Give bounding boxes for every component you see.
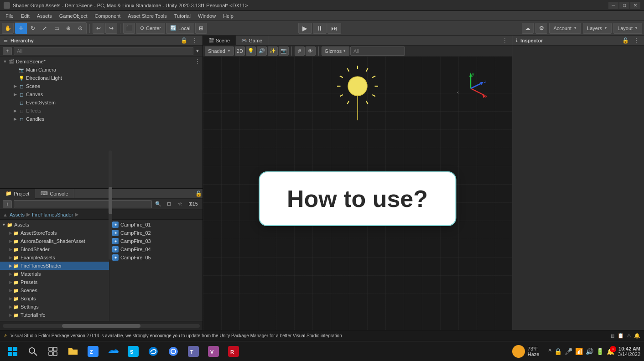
tree-item-candles[interactable]: ▶ ◻ Candles	[0, 115, 203, 123]
onedrive-button[interactable]	[104, 343, 122, 360]
tree-item-eventsystem[interactable]: ▶ ◻ EventSystem	[0, 98, 203, 107]
folder-item-settings[interactable]: ▶ 📁 Settings	[0, 303, 109, 311]
extra-tool-button[interactable]: ⊞	[195, 23, 207, 34]
menu-help[interactable]: Help	[219, 12, 237, 20]
layers-button[interactable]: Layers ▼	[583, 23, 612, 34]
menu-asset-store-tools[interactable]: Asset Store Tools	[124, 12, 170, 20]
collab-button[interactable]: ⬛	[123, 23, 135, 34]
folder-item-fireflamesshader[interactable]: ▶ 📁 FireFlamesShader	[0, 262, 109, 270]
tree-item-effects[interactable]: ▶ ◻ Effects	[0, 107, 203, 115]
start-button[interactable]	[4, 343, 22, 360]
minimize-button[interactable]: ─	[608, 2, 618, 9]
tree-arrow-scene[interactable]: ▶	[12, 83, 18, 89]
breadcrumb-fireflamesshader[interactable]: FireFlamesShader	[32, 212, 73, 217]
notification-center-icon[interactable]: 🔔 1	[607, 348, 614, 355]
tree-arrow-demoscene[interactable]: ▼	[2, 58, 8, 65]
search-taskbar-button[interactable]	[24, 343, 42, 360]
hierarchy-lock-button[interactable]: 🔓	[180, 36, 188, 45]
folder-item-scenes[interactable]: ▶ 📁 Scenes	[0, 286, 109, 294]
tray-wifi-icon[interactable]: 📶	[575, 348, 583, 355]
scene-more-button[interactable]: ⋮	[194, 58, 201, 65]
scale-tool-button[interactable]: ⤢	[39, 23, 51, 34]
tree-item-demoscene[interactable]: ▼ 🎬 DemoScene* ⋮	[0, 57, 203, 66]
2d-toggle-button[interactable]: 2D	[235, 46, 245, 56]
tray-volume-icon[interactable]: 🔊	[586, 348, 593, 355]
pause-button[interactable]: ⏸	[313, 23, 327, 34]
move-tool-button[interactable]: ✛	[15, 23, 27, 34]
folder-item-bloodshader[interactable]: ▶ 📁 BloodShader	[0, 245, 109, 253]
inspector-more-button[interactable]: ⋮	[632, 36, 640, 45]
task-view-button[interactable]	[44, 343, 62, 360]
visual-studio-button[interactable]: V	[204, 343, 223, 360]
project-column-icon[interactable]: ⊞	[165, 200, 174, 208]
folder-item-scripts[interactable]: ▶ 📁 Scripts	[0, 294, 109, 303]
file-explorer-button[interactable]	[64, 343, 82, 360]
maximize-button[interactable]: □	[619, 2, 629, 9]
tree-item-canvas[interactable]: ▶ ◻ Canvas	[0, 90, 203, 98]
file-item-campfire05[interactable]: ◈ CampFire_05	[109, 253, 203, 262]
rotate-tool-button[interactable]: ↻	[27, 23, 39, 34]
expand-fire-arrow[interactable]: ▶	[9, 263, 12, 268]
file-item-campfire01[interactable]: ◈ CampFire_01	[109, 221, 203, 229]
visibility-button[interactable]: 👁	[306, 46, 316, 56]
tree-item-scene[interactable]: ▶ ◻ Scene	[0, 82, 203, 90]
menu-window[interactable]: Window	[194, 12, 219, 20]
tray-chevron-icon[interactable]: ^	[548, 348, 551, 355]
project-scroll-thumb[interactable]	[62, 324, 141, 328]
chrome-button[interactable]	[164, 343, 182, 360]
grid-button[interactable]: #	[295, 46, 305, 56]
tab-game[interactable]: 🎮 Game	[236, 36, 268, 46]
folder-item-exampleassets[interactable]: ▶ 📁 ExampleAssets	[0, 253, 109, 262]
menu-assets[interactable]: Assets	[33, 12, 56, 20]
hierarchy-filter-button[interactable]: ▼	[195, 48, 200, 53]
teams-button[interactable]: T	[184, 343, 203, 360]
skype-button[interactable]: S	[124, 343, 142, 360]
project-add-button[interactable]: +	[3, 200, 12, 208]
system-clock[interactable]: 10:42 AM 3/14/2022	[618, 346, 640, 357]
folder-item-materials[interactable]: ▶ 📁 Materials	[0, 270, 109, 278]
folder-item-tutorialinfo[interactable]: ▶ 📁 TutorialInfo	[0, 311, 109, 319]
folder-item-auroraborealis[interactable]: ▶ 📁 AuroraBorealis_ShaderAsset	[0, 237, 109, 245]
settings-button[interactable]: ⚙	[535, 23, 547, 34]
tree-arrow-effects[interactable]: ▶	[12, 108, 18, 114]
project-lock-button[interactable]: 🔓	[194, 190, 203, 198]
menu-gameobject[interactable]: GameObject	[56, 12, 91, 20]
redo-button[interactable]: ↪	[105, 23, 117, 34]
undo-button[interactable]: ↩	[93, 23, 104, 34]
fx-button[interactable]: ✨	[268, 46, 278, 56]
scene-options-button[interactable]: ⋮	[498, 36, 512, 46]
tab-scene[interactable]: 🎬 Scene	[203, 36, 236, 46]
custom-tool-button[interactable]: ⊘	[74, 23, 86, 34]
project-search-icon[interactable]: 🔍	[154, 200, 163, 208]
zoom-button[interactable]: Z	[84, 343, 102, 360]
audio-button[interactable]: 🔊	[257, 46, 267, 56]
file-item-campfire02[interactable]: ◈ CampFire_02	[109, 229, 203, 237]
menu-edit[interactable]: Edit	[17, 12, 33, 20]
tab-console[interactable]: ⌨ Console	[35, 189, 74, 199]
project-scroll-track[interactable]	[3, 324, 200, 328]
inspector-lock-button[interactable]: 🔓	[621, 36, 629, 45]
tray-battery-icon[interactable]: 🔋	[596, 348, 604, 355]
edge-button[interactable]	[144, 343, 162, 360]
shading-mode-dropdown[interactable]: Shaded ▼	[205, 46, 234, 56]
tray-mic-icon[interactable]: 🎤	[565, 348, 572, 355]
scene-search-input[interactable]	[350, 46, 405, 56]
folder-scrollbar[interactable]	[109, 220, 112, 260]
step-button[interactable]: ⏭	[327, 23, 341, 34]
rect-tool-button[interactable]: ▭	[51, 23, 62, 34]
account-button[interactable]: Account ▼	[549, 23, 581, 34]
file-item-campfire03[interactable]: ◈ CampFire_03	[109, 237, 203, 245]
layout-button[interactable]: Layout ▼	[613, 23, 642, 34]
menu-tutorial[interactable]: Tutorial	[171, 12, 194, 20]
hierarchy-more-button[interactable]: ⋮	[191, 36, 199, 45]
hierarchy-search-input[interactable]	[14, 47, 193, 55]
pivot-space-button[interactable]: 🔄 Local	[166, 23, 194, 34]
project-search-input[interactable]	[14, 200, 152, 208]
menu-file[interactable]: File	[2, 12, 17, 20]
play-button[interactable]: ▶	[298, 23, 312, 34]
folder-item-assets[interactable]: ▼ 📁 Assets	[0, 221, 109, 229]
scene-cam-button[interactable]: 📷	[279, 46, 289, 56]
transform-tool-button[interactable]: ⊕	[62, 23, 74, 34]
expand-assets-arrow[interactable]: ▼	[2, 222, 6, 227]
rider-button[interactable]: R	[224, 343, 243, 360]
